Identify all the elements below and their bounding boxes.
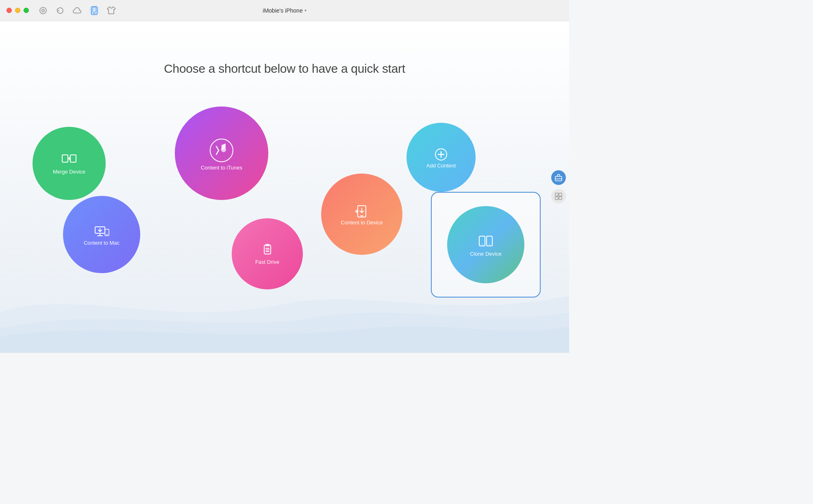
content-to-device-label: Content to Device [341,219,383,226]
shirt-icon[interactable] [107,6,116,15]
maximize-button[interactable] [24,8,29,13]
cloud-icon[interactable] [73,6,82,15]
fast-drive-button[interactable]: Fast Drive [232,218,303,289]
fast-drive-icon [259,243,276,259]
content-to-itunes-label: Content to iTunes [201,165,242,171]
clone-device-icon [477,233,495,251]
content-to-itunes-button[interactable]: Content to iTunes [175,106,268,200]
grid-icon [555,193,562,200]
svg-rect-6 [62,155,68,162]
clone-device-button[interactable]: Clone Device [447,206,524,283]
content-to-device-icon [354,203,370,219]
titlebar: iMobie's iPhone ▾ [0,0,569,21]
refresh-icon[interactable] [56,6,65,15]
content-to-mac-icon [93,224,110,240]
merge-device-icon [61,152,77,169]
briefcase-icon [554,174,563,182]
titlebar-icons [39,6,116,15]
merge-device-button[interactable]: Merge Device [33,127,106,200]
main-content: Choose a shortcut below to have a quick … [0,21,569,353]
merge-device-label: Merge Device [53,169,85,175]
fast-drive-label: Fast Drive [255,259,279,265]
clone-device-label: Clone Device [470,251,501,257]
svg-rect-7 [70,155,76,162]
right-panel-buttons [551,170,566,204]
content-to-mac-label: Content to Mac [84,240,120,246]
music-icon[interactable] [39,6,48,15]
add-content-button[interactable]: Add Content [406,123,476,192]
titlebar-title[interactable]: iMobie's iPhone ▾ [263,7,306,14]
content-to-itunes-icon [207,136,236,165]
traffic-lights [7,8,29,13]
clone-device-selected-box: Clone Device [431,192,541,298]
grid-view-button[interactable] [551,189,566,204]
shortcuts-container: Merge Device Content to Mac Content to i… [0,102,569,353]
add-content-icon [433,146,449,163]
svg-rect-5 [93,7,96,12]
minimize-button[interactable] [15,8,20,13]
svg-rect-30 [555,197,558,200]
svg-rect-29 [559,193,562,196]
phone-icon[interactable] [90,6,99,15]
svg-rect-31 [559,197,562,200]
content-to-mac-button[interactable]: Content to Mac [63,196,140,273]
svg-point-2 [43,10,43,11]
device-chevron: ▾ [304,8,307,13]
device-name: iMobie's iPhone [263,7,302,14]
svg-rect-28 [555,193,558,196]
content-to-device-button[interactable]: Content to Device [321,174,402,255]
briefcase-button[interactable] [551,170,566,185]
page-heading: Choose a shortcut below to have a quick … [0,21,569,76]
add-content-label: Add Content [426,163,456,169]
close-button[interactable] [7,8,12,13]
